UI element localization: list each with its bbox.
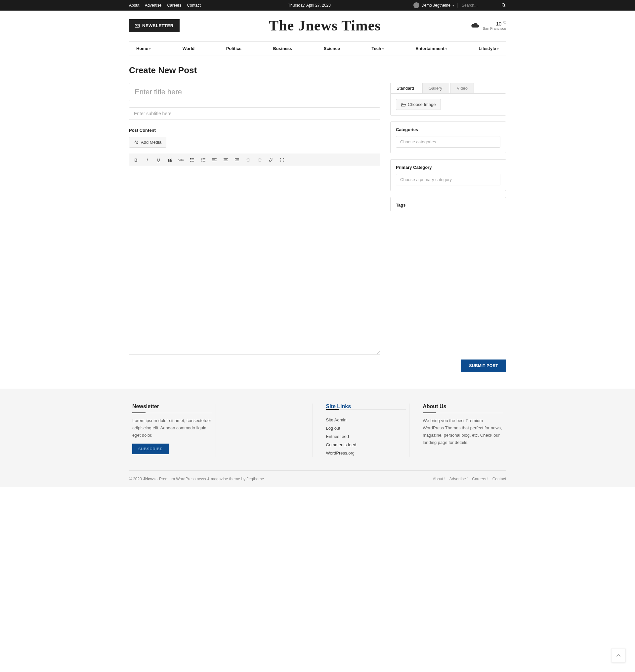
- fullscreen-button[interactable]: [278, 156, 286, 164]
- quote-button[interactable]: [166, 156, 174, 164]
- bold-button[interactable]: B: [132, 156, 140, 164]
- avatar: [413, 2, 419, 8]
- svg-rect-9: [192, 161, 194, 162]
- chevron-down-icon: ▾: [445, 47, 447, 51]
- footer: Newsletter Lorem ipsum dolor sit amet, c…: [0, 388, 635, 487]
- nav-world[interactable]: World: [175, 41, 202, 56]
- svg-line-1: [504, 6, 506, 7]
- ordered-list-button[interactable]: 123: [199, 156, 207, 164]
- topbar-link-contact[interactable]: Contact: [187, 3, 200, 7]
- post-title-input[interactable]: [129, 83, 380, 101]
- chevron-down-icon: ▾: [497, 47, 499, 51]
- svg-rect-13: [203, 160, 205, 160]
- footer-about-text: We bring you the best Premium WordPress …: [423, 417, 503, 446]
- tab-gallery[interactable]: Gallery: [422, 83, 448, 93]
- align-right-button[interactable]: [233, 156, 241, 164]
- svg-rect-18: [212, 161, 217, 161]
- svg-point-8: [190, 161, 191, 162]
- tab-video[interactable]: Video: [451, 83, 474, 93]
- tags-title: Tags: [396, 203, 500, 208]
- post-content-editor[interactable]: [129, 166, 380, 355]
- footer-sitelinks: Site Links Site Admin Log out Entries fe…: [323, 403, 410, 457]
- footer-link-careers[interactable]: Careers: [472, 477, 486, 481]
- media-icon: [134, 140, 139, 145]
- jegtheme-link[interactable]: Jegtheme: [246, 477, 264, 481]
- topbar-link-careers[interactable]: Careers: [167, 3, 181, 7]
- nav-science[interactable]: Science: [316, 41, 347, 56]
- subscribe-button[interactable]: SUBSCRIBE: [132, 444, 169, 454]
- weather-temp: 10: [496, 21, 502, 26]
- align-left-button[interactable]: [211, 156, 219, 164]
- link-entries-feed[interactable]: Entries feed: [326, 432, 406, 441]
- svg-rect-22: [235, 158, 239, 159]
- link-comments-feed[interactable]: Comments feed: [326, 441, 406, 449]
- underline-button[interactable]: U: [154, 156, 162, 164]
- topbar-links: About Advertise Careers Contact: [129, 3, 205, 7]
- footer-bottom-links: About/ Advertise/ Careers/ Contact: [430, 477, 506, 481]
- svg-point-6: [190, 160, 191, 160]
- link-button[interactable]: [267, 156, 275, 164]
- align-center-button[interactable]: [222, 156, 230, 164]
- footer-newsletter: Newsletter Lorem ipsum dolor sit amet, c…: [129, 403, 216, 457]
- primary-category-input[interactable]: [396, 174, 500, 185]
- italic-button[interactable]: I: [143, 156, 151, 164]
- main-nav: Home▾ World Politics Business Science Te…: [129, 41, 506, 56]
- svg-rect-20: [224, 160, 227, 160]
- undo-button[interactable]: [244, 156, 253, 164]
- strikethrough-button[interactable]: ABC: [177, 156, 185, 164]
- nav-home[interactable]: Home▾: [129, 41, 158, 56]
- account-menu[interactable]: Demo Jegtheme ▾: [413, 2, 454, 8]
- bullet-list-button[interactable]: [188, 156, 196, 164]
- post-subtitle-input[interactable]: [129, 107, 380, 120]
- nav-tech[interactable]: Tech▾: [364, 41, 391, 56]
- chevron-down-icon: ▾: [382, 47, 384, 51]
- weather-location: San Francisco: [483, 26, 506, 30]
- cloud-icon: [470, 22, 480, 29]
- submit-post-button[interactable]: SUBMIT POST: [461, 359, 506, 372]
- svg-rect-2: [135, 24, 139, 27]
- footer-link-about[interactable]: About: [433, 477, 443, 481]
- newsletter-button[interactable]: NEWSLETTER: [129, 19, 180, 32]
- nav-entertainment[interactable]: Entertainment▾: [408, 41, 454, 56]
- nav-business[interactable]: Business: [266, 41, 299, 56]
- redo-button[interactable]: [256, 156, 264, 164]
- link-site-admin[interactable]: Site Admin: [326, 416, 406, 424]
- site-logo[interactable]: The Jnews Times: [180, 17, 470, 34]
- format-tabs: Standard Gallery Video: [390, 83, 506, 93]
- choose-image-button[interactable]: Choose Image: [396, 99, 441, 110]
- search-button[interactable]: [501, 3, 506, 7]
- chevron-down-icon: ▾: [149, 47, 151, 51]
- topbar-link-advertise[interactable]: Advertise: [145, 3, 161, 7]
- footer-link-contact[interactable]: Contact: [492, 477, 506, 481]
- footer-col-empty: [226, 403, 313, 457]
- editor-toolbar: B I U ABC 123: [129, 153, 380, 166]
- page-title: Create New Post: [129, 65, 506, 76]
- footer-newsletter-title: Newsletter: [132, 403, 212, 413]
- svg-point-0: [502, 4, 505, 6]
- tab-standard[interactable]: Standard: [390, 83, 420, 93]
- footer-newsletter-text: Lorem ipsum dolor sit amet, consectetuer…: [132, 417, 212, 439]
- svg-rect-19: [224, 158, 228, 159]
- nav-politics[interactable]: Politics: [219, 41, 249, 56]
- search-input[interactable]: [462, 3, 501, 7]
- weather-widget: 10 ºC San Francisco: [470, 21, 506, 30]
- add-media-button[interactable]: Add Media: [129, 137, 166, 148]
- search-wrap: [457, 3, 506, 7]
- link-log-out[interactable]: Log out: [326, 424, 406, 432]
- search-icon: [501, 3, 506, 7]
- primary-category-title: Primary Category: [396, 165, 500, 170]
- footer-link-advertise[interactable]: Advertise: [450, 477, 466, 481]
- svg-rect-21: [224, 161, 228, 161]
- topbar-date: Thursday, April 27, 2023: [205, 3, 413, 7]
- envelope-icon: [135, 24, 139, 28]
- link-wordpress-org[interactable]: WordPress.org: [326, 449, 406, 457]
- newsletter-label: NEWSLETTER: [142, 23, 174, 28]
- choose-image-label: Choose Image: [408, 102, 436, 107]
- categories-input[interactable]: [396, 136, 500, 148]
- footer-about-title: About Us: [423, 403, 503, 413]
- svg-point-4: [190, 158, 191, 159]
- nav-lifestyle[interactable]: Lifestyle▾: [471, 41, 506, 56]
- svg-rect-15: [203, 161, 205, 162]
- topbar-link-about[interactable]: About: [129, 3, 139, 7]
- svg-point-3: [135, 141, 136, 142]
